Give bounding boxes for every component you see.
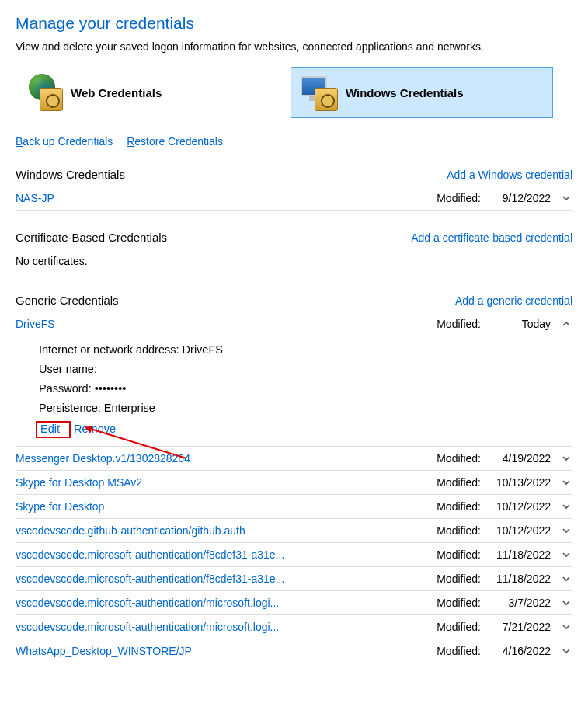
- modified-value: 4/16/2022: [485, 645, 551, 657]
- credential-row[interactable]: Messenger Desktop.v1/1302828264Modified:…: [16, 447, 572, 471]
- credential-tiles: Web Credentials Windows Credentials: [16, 67, 572, 118]
- add-certificate-credential-link[interactable]: Add a certificate-based credential: [411, 231, 572, 244]
- chevron-down-icon[interactable]: [560, 597, 572, 609]
- credential-details: Internet or network address: DriveFS Use…: [16, 336, 572, 447]
- modified-value: 9/12/2022: [485, 192, 551, 204]
- section-title: Windows Credentials: [16, 168, 125, 181]
- chevron-down-icon[interactable]: [560, 524, 572, 537]
- windows-credentials-label: Windows Credentials: [346, 86, 464, 99]
- chevron-down-icon[interactable]: [560, 192, 572, 204]
- credential-name[interactable]: Messenger Desktop.v1/1302828264: [16, 452, 437, 465]
- modified-label: Modified:: [437, 597, 481, 609]
- credential-row[interactable]: vscodevscode.microsoft-authentication/mi…: [16, 615, 572, 639]
- credential-name[interactable]: NAS-JP: [16, 192, 437, 204]
- section-title: Generic Credentials: [16, 294, 119, 307]
- modified-value: 10/12/2022: [485, 500, 551, 513]
- chevron-down-icon[interactable]: [560, 500, 572, 513]
- globe-safe-icon: [26, 74, 63, 111]
- credential-name[interactable]: Skype for Desktop MSAv2: [16, 476, 437, 489]
- page-title: Manage your credentials: [16, 14, 572, 33]
- remove-link[interactable]: Remove: [74, 423, 116, 435]
- modified-label: Modified:: [437, 500, 481, 513]
- persistence-value: Enterprise: [104, 402, 155, 414]
- edit-link[interactable]: Edit: [40, 423, 60, 435]
- monitor-safe-icon: [301, 74, 338, 111]
- web-credentials-label: Web Credentials: [71, 86, 162, 99]
- modified-label: Modified:: [437, 476, 481, 489]
- credential-name[interactable]: DriveFS: [16, 318, 437, 330]
- credential-name[interactable]: vscodevscode.microsoft-authentication/mi…: [16, 621, 437, 633]
- password-label: Password:: [39, 382, 95, 395]
- windows-credentials-header: Windows Credentials Add a Windows creden…: [16, 168, 572, 186]
- modified-label: Modified:: [437, 524, 481, 537]
- annotation-highlight: Edit: [36, 421, 71, 438]
- windows-credentials-tile[interactable]: Windows Credentials: [291, 67, 553, 118]
- credential-name[interactable]: vscodevscode.github-authentication/githu…: [16, 524, 437, 537]
- chevron-up-icon[interactable]: [560, 318, 572, 330]
- modified-value: 11/18/2022: [485, 573, 551, 585]
- credential-row[interactable]: Skype for DesktopModified:10/12/2022: [16, 495, 572, 519]
- address-value: DriveFS: [183, 343, 223, 356]
- generic-credentials-header: Generic Credentials Add a generic creden…: [16, 294, 572, 312]
- modified-value: Today: [485, 318, 551, 330]
- page-description: View and delete your saved logon informa…: [16, 40, 572, 53]
- modified-label: Modified:: [437, 645, 481, 657]
- no-certificates-text: No certificates.: [16, 249, 572, 273]
- modified-value: 7/21/2022: [485, 621, 551, 633]
- chevron-down-icon[interactable]: [560, 621, 572, 633]
- credential-row-expanded[interactable]: DriveFS Modified: Today: [16, 312, 572, 336]
- backup-credentials-link[interactable]: Back up Credentials: [16, 135, 113, 148]
- chevron-down-icon[interactable]: [560, 476, 572, 489]
- modified-value: 10/12/2022: [485, 524, 551, 537]
- modified-value: 4/19/2022: [485, 452, 551, 465]
- modified-label: Modified:: [437, 621, 481, 633]
- credential-name[interactable]: vscodevscode.microsoft-authentication/mi…: [16, 597, 437, 609]
- add-windows-credential-link[interactable]: Add a Windows credential: [447, 169, 572, 181]
- credential-row[interactable]: vscodevscode.microsoft-authentication/f8…: [16, 543, 572, 567]
- credential-name[interactable]: vscodevscode.microsoft-authentication/f8…: [16, 548, 437, 561]
- credential-name[interactable]: vscodevscode.microsoft-authentication/f8…: [16, 573, 437, 585]
- modified-label: Modified:: [437, 452, 481, 465]
- modified-value: 3/7/2022: [485, 597, 551, 609]
- backup-restore-links: Back up Credentials Restore Credentials: [16, 135, 572, 148]
- username-label: User name:: [39, 363, 97, 375]
- modified-value: 11/18/2022: [485, 548, 551, 561]
- credential-row[interactable]: vscodevscode.github-authentication/githu…: [16, 519, 572, 543]
- chevron-down-icon[interactable]: [560, 573, 572, 585]
- add-generic-credential-link[interactable]: Add a generic credential: [455, 294, 572, 307]
- chevron-down-icon[interactable]: [560, 452, 572, 465]
- modified-label: Modified:: [437, 318, 481, 330]
- credential-row[interactable]: NAS-JPModified:9/12/2022: [16, 186, 572, 211]
- modified-label: Modified:: [437, 192, 481, 204]
- address-label: Internet or network address:: [39, 343, 183, 356]
- chevron-down-icon[interactable]: [560, 548, 572, 561]
- credential-row[interactable]: WhatsApp_Desktop_WINSTORE/JPModified:4/1…: [16, 639, 572, 663]
- credential-name[interactable]: WhatsApp_Desktop_WINSTORE/JP: [16, 645, 437, 657]
- certificate-credentials-header: Certificate-Based Credentials Add a cert…: [16, 231, 572, 249]
- credential-row[interactable]: Skype for Desktop MSAv2Modified:10/13/20…: [16, 471, 572, 495]
- credential-row[interactable]: vscodevscode.microsoft-authentication/mi…: [16, 591, 572, 615]
- web-credentials-tile[interactable]: Web Credentials: [16, 67, 278, 118]
- restore-credentials-link[interactable]: Restore Credentials: [127, 135, 223, 148]
- credential-name[interactable]: Skype for Desktop: [16, 500, 437, 513]
- credential-row[interactable]: vscodevscode.microsoft-authentication/f8…: [16, 567, 572, 591]
- section-title: Certificate-Based Credentials: [16, 231, 167, 244]
- password-value: ••••••••: [95, 382, 127, 395]
- persistence-label: Persistence:: [39, 402, 104, 414]
- modified-value: 10/13/2022: [485, 476, 551, 489]
- chevron-down-icon[interactable]: [560, 645, 572, 657]
- modified-label: Modified:: [437, 548, 481, 561]
- modified-label: Modified:: [437, 573, 481, 585]
